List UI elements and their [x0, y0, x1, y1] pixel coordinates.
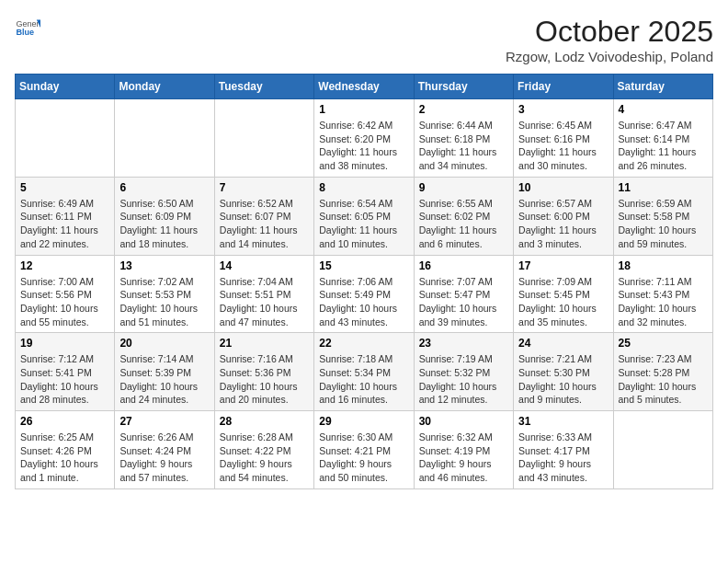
- weekday-header-cell: Monday: [115, 75, 214, 99]
- day-number: 7: [220, 181, 309, 194]
- day-content: Sunrise: 6:30 AM Sunset: 4:21 PM Dayligh…: [319, 431, 408, 485]
- day-content: Sunrise: 6:44 AM Sunset: 6:18 PM Dayligh…: [419, 119, 508, 173]
- day-number: 27: [119, 415, 209, 428]
- calendar-cell: 20Sunrise: 7:14 AM Sunset: 5:39 PM Dayli…: [115, 333, 214, 411]
- calendar-cell: 18Sunrise: 7:11 AM Sunset: 5:43 PM Dayli…: [613, 255, 712, 333]
- day-number: 4: [619, 103, 708, 116]
- day-number: 29: [319, 415, 408, 428]
- day-content: Sunrise: 7:07 AM Sunset: 5:47 PM Dayligh…: [419, 275, 508, 329]
- calendar-cell: 25Sunrise: 7:23 AM Sunset: 5:28 PM Dayli…: [613, 333, 712, 411]
- day-number: 19: [20, 337, 109, 350]
- calendar-cell: 28Sunrise: 6:28 AM Sunset: 4:22 PM Dayli…: [214, 411, 313, 489]
- day-number: 25: [619, 337, 708, 350]
- day-number: 31: [518, 415, 608, 428]
- calendar-cell: 12Sunrise: 7:00 AM Sunset: 5:56 PM Dayli…: [16, 255, 115, 333]
- day-number: 15: [319, 259, 408, 272]
- calendar-cell: 9Sunrise: 6:55 AM Sunset: 6:02 PM Daylig…: [414, 177, 513, 255]
- day-content: Sunrise: 6:50 AM Sunset: 6:09 PM Dayligh…: [119, 197, 209, 251]
- day-content: Sunrise: 7:04 AM Sunset: 5:51 PM Dayligh…: [220, 275, 309, 329]
- day-content: Sunrise: 7:21 AM Sunset: 5:30 PM Dayligh…: [518, 352, 608, 407]
- day-number: 12: [20, 259, 109, 272]
- day-content: Sunrise: 7:00 AM Sunset: 5:56 PM Dayligh…: [20, 275, 109, 329]
- calendar-cell: [214, 99, 313, 178]
- day-number: 3: [518, 103, 608, 116]
- logo-icon: General Blue: [15, 15, 40, 40]
- day-content: Sunrise: 6:42 AM Sunset: 6:20 PM Dayligh…: [319, 119, 408, 173]
- calendar-cell: 7Sunrise: 6:52 AM Sunset: 6:07 PM Daylig…: [214, 177, 313, 255]
- day-content: Sunrise: 6:26 AM Sunset: 4:24 PM Dayligh…: [119, 431, 209, 485]
- day-number: 17: [518, 259, 608, 272]
- calendar-cell: 4Sunrise: 6:47 AM Sunset: 6:14 PM Daylig…: [613, 99, 712, 178]
- calendar-cell: 6Sunrise: 6:50 AM Sunset: 6:09 PM Daylig…: [115, 177, 214, 255]
- calendar-cell: 14Sunrise: 7:04 AM Sunset: 5:51 PM Dayli…: [214, 255, 313, 333]
- title-block: October 2025 Rzgow, Lodz Voivodeship, Po…: [506, 15, 713, 64]
- calendar-cell: 29Sunrise: 6:30 AM Sunset: 4:21 PM Dayli…: [314, 411, 414, 489]
- month-title: October 2025: [506, 15, 713, 49]
- day-content: Sunrise: 6:55 AM Sunset: 6:02 PM Dayligh…: [419, 197, 508, 251]
- svg-text:Blue: Blue: [16, 28, 34, 37]
- day-content: Sunrise: 6:47 AM Sunset: 6:14 PM Dayligh…: [619, 119, 708, 173]
- weekday-header-cell: Thursday: [414, 75, 513, 99]
- day-content: Sunrise: 6:33 AM Sunset: 4:17 PM Dayligh…: [518, 431, 608, 485]
- day-number: 9: [419, 181, 508, 194]
- day-content: Sunrise: 6:49 AM Sunset: 6:11 PM Dayligh…: [20, 197, 109, 251]
- calendar-cell: 10Sunrise: 6:57 AM Sunset: 6:00 PM Dayli…: [514, 177, 613, 255]
- day-content: Sunrise: 6:45 AM Sunset: 6:16 PM Dayligh…: [518, 119, 608, 173]
- day-content: Sunrise: 7:06 AM Sunset: 5:49 PM Dayligh…: [319, 275, 408, 329]
- calendar-cell: 16Sunrise: 7:07 AM Sunset: 5:47 PM Dayli…: [414, 255, 513, 333]
- svg-text:General: General: [16, 19, 40, 29]
- calendar-cell: 2Sunrise: 6:44 AM Sunset: 6:18 PM Daylig…: [414, 99, 513, 178]
- weekday-header-cell: Sunday: [16, 75, 115, 99]
- day-content: Sunrise: 6:57 AM Sunset: 6:00 PM Dayligh…: [518, 197, 608, 251]
- location-title: Rzgow, Lodz Voivodeship, Poland: [506, 49, 713, 64]
- day-number: 8: [319, 181, 408, 194]
- calendar-cell: 1Sunrise: 6:42 AM Sunset: 6:20 PM Daylig…: [314, 99, 414, 178]
- page-header: General Blue October 2025 Rzgow, Lodz Vo…: [15, 15, 713, 64]
- day-number: 6: [119, 181, 209, 194]
- day-number: 24: [518, 337, 608, 350]
- day-number: 26: [20, 415, 109, 428]
- logo: General Blue: [15, 15, 40, 40]
- calendar-cell: 31Sunrise: 6:33 AM Sunset: 4:17 PM Dayli…: [514, 411, 613, 489]
- day-content: Sunrise: 7:23 AM Sunset: 5:28 PM Dayligh…: [619, 352, 708, 407]
- calendar-cell: 27Sunrise: 6:26 AM Sunset: 4:24 PM Dayli…: [115, 411, 214, 489]
- weekday-header-cell: Wednesday: [314, 75, 414, 99]
- day-number: 10: [518, 181, 608, 194]
- calendar-week-row: 1Sunrise: 6:42 AM Sunset: 6:20 PM Daylig…: [16, 99, 713, 178]
- day-content: Sunrise: 7:11 AM Sunset: 5:43 PM Dayligh…: [619, 275, 708, 329]
- calendar-week-row: 19Sunrise: 7:12 AM Sunset: 5:41 PM Dayli…: [16, 333, 713, 411]
- calendar-cell: 17Sunrise: 7:09 AM Sunset: 5:45 PM Dayli…: [514, 255, 613, 333]
- day-content: Sunrise: 6:59 AM Sunset: 5:58 PM Dayligh…: [619, 197, 708, 251]
- calendar-cell: 23Sunrise: 7:19 AM Sunset: 5:32 PM Dayli…: [414, 333, 513, 411]
- calendar-cell: 13Sunrise: 7:02 AM Sunset: 5:53 PM Dayli…: [115, 255, 214, 333]
- calendar-week-row: 12Sunrise: 7:00 AM Sunset: 5:56 PM Dayli…: [16, 255, 713, 333]
- day-content: Sunrise: 6:28 AM Sunset: 4:22 PM Dayligh…: [220, 431, 309, 485]
- calendar-cell: 15Sunrise: 7:06 AM Sunset: 5:49 PM Dayli…: [314, 255, 414, 333]
- day-content: Sunrise: 7:02 AM Sunset: 5:53 PM Dayligh…: [119, 275, 209, 329]
- calendar-cell: 19Sunrise: 7:12 AM Sunset: 5:41 PM Dayli…: [16, 333, 115, 411]
- calendar-cell: 30Sunrise: 6:32 AM Sunset: 4:19 PM Dayli…: [414, 411, 513, 489]
- calendar-cell: 21Sunrise: 7:16 AM Sunset: 5:36 PM Dayli…: [214, 333, 313, 411]
- day-number: 21: [220, 337, 309, 350]
- day-content: Sunrise: 7:18 AM Sunset: 5:34 PM Dayligh…: [319, 352, 408, 407]
- calendar-cell: 22Sunrise: 7:18 AM Sunset: 5:34 PM Dayli…: [314, 333, 414, 411]
- day-number: 20: [119, 337, 209, 350]
- calendar-cell: [613, 411, 712, 489]
- day-content: Sunrise: 7:09 AM Sunset: 5:45 PM Dayligh…: [518, 275, 608, 329]
- calendar-week-row: 26Sunrise: 6:25 AM Sunset: 4:26 PM Dayli…: [16, 411, 713, 489]
- day-number: 13: [119, 259, 209, 272]
- calendar-cell: [115, 99, 214, 178]
- day-number: 14: [220, 259, 309, 272]
- day-number: 22: [319, 337, 408, 350]
- day-number: 23: [419, 337, 508, 350]
- calendar-cell: 11Sunrise: 6:59 AM Sunset: 5:58 PM Dayli…: [613, 177, 712, 255]
- calendar-cell: 26Sunrise: 6:25 AM Sunset: 4:26 PM Dayli…: [16, 411, 115, 489]
- calendar-cell: 8Sunrise: 6:54 AM Sunset: 6:05 PM Daylig…: [314, 177, 414, 255]
- calendar-cell: 24Sunrise: 7:21 AM Sunset: 5:30 PM Dayli…: [514, 333, 613, 411]
- day-number: 30: [419, 415, 508, 428]
- day-content: Sunrise: 6:52 AM Sunset: 6:07 PM Dayligh…: [220, 197, 309, 251]
- day-number: 18: [619, 259, 708, 272]
- calendar-table: SundayMondayTuesdayWednesdayThursdayFrid…: [15, 74, 713, 489]
- weekday-header-cell: Saturday: [613, 75, 712, 99]
- day-content: Sunrise: 7:16 AM Sunset: 5:36 PM Dayligh…: [220, 352, 309, 407]
